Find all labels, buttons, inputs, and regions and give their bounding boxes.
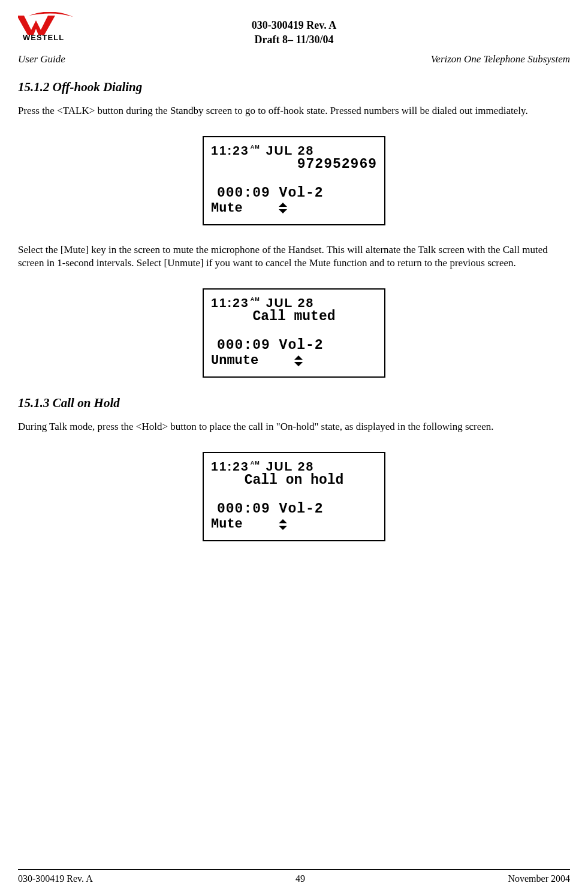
user-guide-label: User Guide (18, 53, 65, 65)
lcd-top-row: 11:23AMJUL 28 (211, 143, 377, 158)
section-offhook-title: 15.1.2 Off-hook Dialing (18, 80, 570, 95)
lcd-timer-vol: 000:09 Vol-2 (217, 501, 377, 517)
lcd-message: Call on hold (211, 472, 377, 488)
lcd-screen-hold: 11:23 AM JUL 28 Call on hold 000:09 Vol-… (203, 452, 385, 541)
lcd-softkey-mute: Mute (211, 201, 243, 216)
lcd-screen-muted: 11:23 AM JUL 28 Call muted 000:09 Vol-2 … (203, 288, 385, 378)
section-hold-title: 15.1.3 Call on Hold (18, 396, 570, 411)
lcd-timer-vol: 000:09 Vol-2 (217, 185, 377, 201)
doc-draft: Draft 8– 11/30/04 (18, 32, 570, 47)
lcd-date: JUL 28 (266, 143, 315, 158)
page-footer: 030-300419 Rev. A 49 November 2004 (18, 873, 570, 884)
lcd-date: JUL 28 (266, 459, 315, 474)
logo-text: WESTELL (23, 33, 64, 42)
footer-rule (18, 869, 570, 870)
footer-left: 030-300419 Rev. A (18, 873, 93, 884)
footer-center: 49 (295, 873, 305, 884)
lcd-ampm: AM (251, 460, 260, 466)
up-down-icon (279, 519, 287, 530)
lcd-timer-vol: 000:09 Vol-2 (217, 337, 377, 353)
lcd-ampm: AM (251, 297, 260, 302)
lcd-screen-dialing: 11:23AMJUL 28 AM PM (203, 136, 385, 225)
doc-header: 030-300419 Rev. A Draft 8– 11/30/04 (18, 18, 570, 47)
lcd-message: Call muted (211, 309, 377, 324)
lcd-top-row: 11:23 AM JUL 28 (211, 459, 377, 474)
section-hold-p1: During Talk mode, press the <Hold> butto… (18, 420, 570, 434)
footer-right: November 2004 (508, 873, 570, 884)
up-down-icon (279, 203, 287, 213)
up-down-icon (294, 355, 303, 366)
lcd-softkey-unmute: Unmute (211, 353, 258, 368)
lcd-top-row: 11:23 AM JUL 28 (211, 296, 377, 310)
doc-id: 030-300419 Rev. A (18, 18, 570, 32)
section-offhook-p2: Select the [Mute] key in the screen to m… (18, 243, 570, 271)
westell-logo: WESTELL (18, 12, 78, 42)
lcd-dialed-number: 972952969 (211, 156, 377, 172)
lcd-date: JUL 28 (266, 296, 315, 310)
lcd-ampm: AM (251, 144, 260, 150)
system-label: Verizon One Telephone Subsystem (431, 53, 570, 65)
section-offhook-p1: Press the <TALK> button during the Stand… (18, 104, 570, 118)
lcd-softkey-mute: Mute (211, 517, 243, 532)
